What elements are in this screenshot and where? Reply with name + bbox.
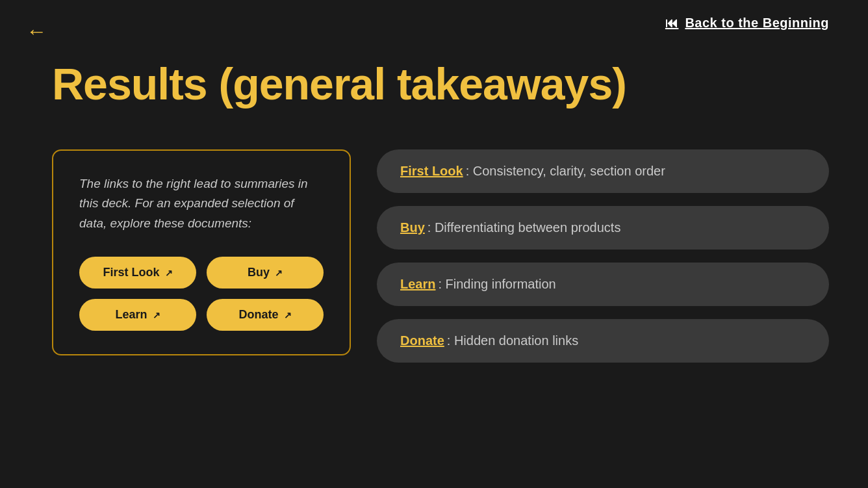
buy-label: Buy — [248, 266, 270, 279]
buy-description: : Differentiating between products — [428, 220, 621, 235]
page-title: Results (general takeaways) — [52, 58, 626, 109]
first-look-link[interactable]: First Look — [400, 164, 463, 179]
back-arrow-button[interactable]: ← — [26, 19, 47, 44]
buy-button[interactable]: Buy ↗ — [207, 257, 324, 289]
learn-link[interactable]: Learn — [400, 277, 435, 292]
first-look-icon: ↗ — [165, 268, 173, 278]
first-look-description: : Consistency, clarity, section order — [466, 164, 665, 179]
main-content: The links to the right lead to summaries… — [52, 149, 829, 363]
document-buttons: First Look ↗ Buy ↗ Learn ↗ Donate ↗ — [79, 257, 324, 331]
donate-label: Donate — [238, 308, 278, 322]
right-panel: First Look : Consistency, clarity, secti… — [377, 149, 829, 363]
donate-icon: ↗ — [284, 310, 292, 320]
first-look-label: First Look — [103, 266, 159, 279]
result-learn: Learn : Finding information — [377, 263, 829, 306]
donate-description: : Hidden donation links — [447, 333, 578, 348]
description-text: The links to the right lead to summaries… — [79, 174, 324, 233]
learn-label: Learn — [115, 308, 147, 322]
left-panel: The links to the right lead to summaries… — [52, 149, 351, 355]
donate-button[interactable]: Donate ↗ — [207, 299, 324, 331]
donate-link[interactable]: Donate — [400, 333, 444, 348]
rewind-icon: ⏮ — [665, 16, 679, 31]
buy-link[interactable]: Buy — [400, 220, 425, 235]
buy-icon: ↗ — [275, 268, 283, 278]
learn-description: : Finding information — [438, 277, 555, 292]
back-to-beginning-button[interactable]: ⏮ Back to the Beginning — [665, 16, 829, 31]
learn-icon: ↗ — [153, 310, 160, 320]
back-to-beginning-label: Back to the Beginning — [685, 16, 829, 31]
result-buy: Buy : Differentiating between products — [377, 206, 829, 250]
learn-button[interactable]: Learn ↗ — [79, 299, 196, 331]
result-first-look: First Look : Consistency, clarity, secti… — [377, 149, 829, 193]
result-donate: Donate : Hidden donation links — [377, 319, 829, 363]
first-look-button[interactable]: First Look ↗ — [79, 257, 196, 289]
